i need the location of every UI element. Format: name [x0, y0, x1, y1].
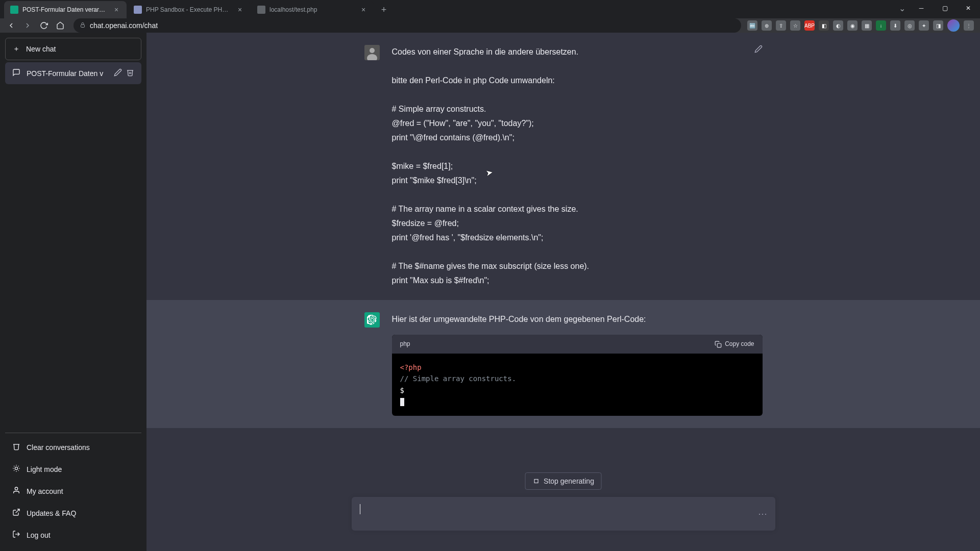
browser-chrome: POST-Formular Daten verarbeite × PHP San… [0, 0, 980, 33]
conversation-item[interactable]: POST-Formular Daten v [5, 62, 141, 84]
address-bar[interactable]: chat.openai.com/chat [74, 18, 741, 33]
url-text: chat.openai.com/chat [90, 21, 158, 30]
trash-icon[interactable] [126, 68, 134, 78]
assistant-message-content: Hier ist der umgewandelte PHP-Code von d… [392, 312, 763, 416]
svg-line-5 [18, 470, 19, 471]
forward-button[interactable] [20, 18, 35, 33]
assistant-avatar [364, 312, 380, 328]
svg-line-11 [16, 509, 19, 513]
code-line: $ [400, 386, 404, 394]
code-line: // Simple array constructs. [400, 374, 517, 383]
stop-generating-button[interactable]: Stop generating [525, 472, 602, 490]
chat-input[interactable] [360, 514, 751, 523]
nav-bar: chat.openai.com/chat 🔤 ⊕ ⇪ ☆ ABP ◧ ◐ ◉ ▦… [0, 18, 980, 33]
main-content: Codes von einer Sprache in die andere üb… [146, 33, 980, 551]
code-body: <?php // Simple array constructs. $ [392, 354, 763, 416]
trash-icon [12, 442, 20, 452]
external-link-icon [12, 508, 20, 518]
favicon-icon [10, 6, 18, 14]
edit-message-button[interactable] [754, 45, 763, 55]
extension-icon[interactable]: ⬇ [890, 20, 900, 31]
svg-line-8 [14, 470, 14, 471]
logout-icon [12, 530, 20, 540]
tab-title: POST-Formular Daten verarbeite [22, 6, 108, 13]
tab-search-icon[interactable]: ⌄ [894, 0, 910, 16]
extensions-menu-icon[interactable]: ✦ [919, 20, 929, 31]
share-icon[interactable]: ⇪ [776, 20, 786, 31]
sidebar: ＋ New chat POST-Formular Daten v Clear c… [0, 33, 146, 551]
tab-bar: POST-Formular Daten verarbeite × PHP San… [0, 0, 980, 18]
copy-code-label: Copy code [725, 339, 754, 349]
svg-rect-13 [717, 343, 721, 347]
logout-label: Log out [27, 531, 51, 539]
edit-icon[interactable] [114, 68, 122, 78]
favicon-icon [257, 6, 265, 14]
logout-button[interactable]: Log out [5, 524, 141, 546]
theme-label: Light mode [27, 465, 62, 473]
minimize-button[interactable]: ─ [910, 0, 933, 16]
home-button[interactable] [53, 18, 67, 33]
favicon-icon [134, 6, 142, 14]
svg-rect-0 [81, 24, 85, 27]
back-button[interactable] [4, 18, 18, 33]
svg-line-9 [18, 466, 19, 466]
extension-icon[interactable]: ◎ [904, 20, 915, 31]
account-label: My account [27, 487, 63, 495]
chat-input-wrapper[interactable]: ⋯ [352, 497, 775, 531]
theme-toggle-button[interactable]: Light mode [5, 458, 141, 480]
app-container: ＋ New chat POST-Formular Daten v Clear c… [0, 33, 980, 551]
chat-icon [12, 68, 20, 78]
loading-dots-icon: ⋯ [758, 508, 768, 519]
conversation-title: POST-Formular Daten v [27, 69, 108, 78]
sidebar-footer: Clear conversations Light mode My accoun… [5, 433, 141, 546]
plus-icon: ＋ [13, 44, 20, 54]
extension-icon[interactable]: ◧ [819, 20, 829, 31]
zoom-icon[interactable]: ⊕ [762, 20, 772, 31]
user-avatar [364, 45, 380, 60]
translate-icon[interactable]: 🔤 [747, 20, 757, 31]
svg-point-1 [15, 467, 17, 469]
sidepanel-icon[interactable]: ◨ [933, 20, 943, 31]
bottom-area: Stop generating ⋯ [146, 497, 980, 551]
browser-tab[interactable]: PHP Sandbox - Execute PHP code × [128, 1, 250, 18]
menu-icon[interactable]: ⋮ [964, 20, 974, 31]
maximize-button[interactable]: ▢ [933, 0, 957, 16]
input-caret [360, 504, 360, 514]
adblock-icon[interactable]: ABP [804, 20, 815, 31]
tab-title: PHP Sandbox - Execute PHP code [146, 6, 232, 13]
close-icon[interactable]: × [359, 6, 368, 14]
messages-list[interactable]: Codes von einer Sprache in die andere üb… [146, 33, 980, 497]
browser-tab-active[interactable]: POST-Formular Daten verarbeite × [4, 1, 127, 18]
new-tab-button[interactable]: + [377, 3, 391, 17]
star-icon[interactable]: ☆ [790, 20, 800, 31]
clear-label: Clear conversations [27, 443, 90, 452]
updates-button[interactable]: Updates & FAQ [5, 502, 141, 524]
extension-icon[interactable]: ▦ [862, 20, 872, 31]
code-block: php Copy code <?php // Simple array cons… [392, 335, 763, 416]
assistant-message-row: Hier ist der umgewandelte PHP-Code von d… [146, 300, 980, 428]
tab-title: localhost/test.php [270, 6, 355, 13]
code-lang-label: php [400, 339, 410, 349]
svg-point-10 [15, 487, 17, 490]
svg-rect-14 [534, 480, 538, 483]
close-window-button[interactable]: ✕ [957, 0, 980, 16]
profile-avatar[interactable] [947, 19, 960, 32]
user-icon [12, 486, 20, 496]
reload-button[interactable] [37, 18, 51, 33]
code-header: php Copy code [392, 335, 763, 354]
account-button[interactable]: My account [5, 480, 141, 502]
new-chat-label: New chat [26, 45, 56, 53]
close-icon[interactable]: × [112, 6, 120, 14]
extension-icon[interactable]: ◐ [833, 20, 843, 31]
clear-conversations-button[interactable]: Clear conversations [5, 436, 141, 458]
new-chat-button[interactable]: ＋ New chat [5, 38, 141, 60]
browser-tab[interactable]: localhost/test.php × [251, 1, 374, 18]
extension-icon[interactable]: ◉ [847, 20, 857, 31]
user-message-text: Codes von einer Sprache in die andere üb… [392, 45, 763, 288]
lock-icon [80, 22, 86, 30]
svg-line-4 [14, 466, 14, 466]
extension-icon[interactable]: ↓ [876, 20, 886, 31]
close-icon[interactable]: × [236, 6, 244, 14]
copy-code-button[interactable]: Copy code [715, 339, 754, 349]
updates-label: Updates & FAQ [27, 509, 76, 517]
